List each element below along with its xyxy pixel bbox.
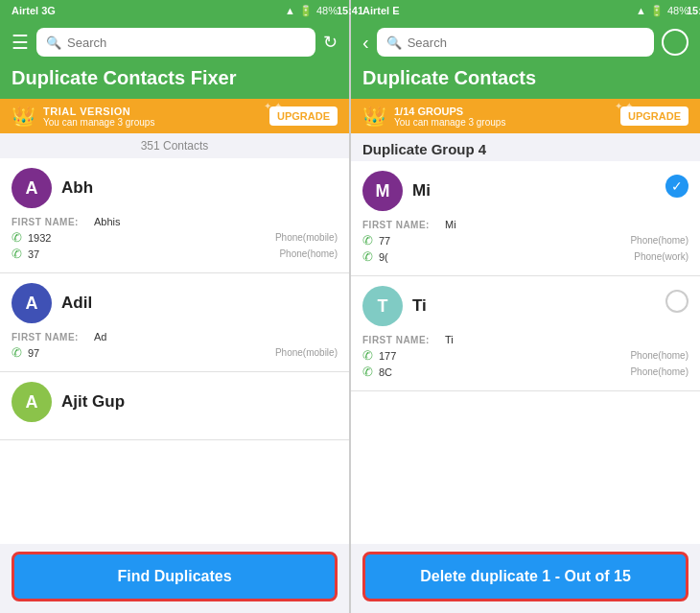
contact-header-ti: T Ti (362, 286, 688, 326)
avatar-mi: M (362, 171, 403, 211)
firstname-label: FIRST NAME: (12, 217, 88, 227)
firstname-value-ti: Ti (445, 334, 688, 345)
right-carrier-text: Airtel E (362, 5, 400, 16)
trial-text-block: TRIAL VERSION You can manage 3 groups (43, 106, 262, 128)
left-battery: ▲ 🔋 48% (285, 5, 338, 17)
contact-card-ajit[interactable]: A Ajit Gup (0, 372, 349, 440)
right-search-input[interactable] (408, 35, 644, 50)
phone-type-mi-2: Phone(work) (634, 251, 688, 262)
contact-list: A Abh FIRST NAME: Abhis ✆ 1932 Phone(mob… (0, 158, 349, 544)
contact-card-adil[interactable]: A Adil FIRST NAME: Ad ✆ 97 Phone(mobile) (0, 273, 349, 372)
back-button[interactable]: ‹ (362, 32, 369, 54)
avatar-ajit: A (12, 382, 52, 422)
contact-name-ti: Ti (412, 296, 427, 316)
groups-label: 1/14 GROUPS (394, 106, 613, 117)
right-battery: ▲ 🔋 48% (636, 5, 688, 17)
right-app-title-bar: Duplicate Contacts (351, 63, 700, 99)
right-crown-icon: 👑 (362, 105, 386, 128)
contact-name-ajit: Ajit Gup (61, 392, 125, 412)
phone-number-abh-1: 1932 (28, 232, 269, 244)
phone-number-mi-2: 9( (379, 251, 628, 263)
avatar-ti: T (362, 286, 403, 326)
left-carrier: Airtel 3G (12, 5, 56, 16)
avatar-abh: A (12, 168, 52, 208)
left-time: 15:41 (337, 5, 349, 16)
contact-name-abh: Abh (61, 178, 93, 198)
right-status-bar: Airtel E 15:40 ▲ 🔋 48% (351, 0, 700, 21)
phone-type-ti-2: Phone(home) (630, 366, 688, 377)
duplicate-list: M Mi ✓ FIRST NAME: Mi ✆ 77 Phone(home) ✆… (351, 161, 700, 544)
refresh-icon[interactable]: ↻ (323, 32, 338, 53)
contact-details-abh: FIRST NAME: Abhis ✆ 1932 Phone(mobile) ✆… (12, 216, 338, 261)
firstname-value-mi: Mi (445, 219, 688, 230)
phone-icon-2: ✆ (12, 247, 22, 261)
phone-icon-1: ✆ (12, 230, 22, 245)
delete-duplicate-button[interactable]: Delete duplicate 1 - Out of 15 (362, 552, 688, 601)
contact-card-abh[interactable]: A Abh FIRST NAME: Abhis ✆ 1932 Phone(mob… (0, 158, 349, 273)
contact-details-ti: FIRST NAME: Ti ✆ 177 Phone(home) ✆ 8C Ph… (362, 334, 688, 379)
duplicate-card-ti[interactable]: T Ti FIRST NAME: Ti ✆ 177 Phone(home) ✆ … (351, 276, 700, 391)
right-carrier: Airtel E (362, 5, 400, 16)
phone-row-mi-1: ✆ 77 Phone(home) (362, 233, 688, 248)
firstname-row-ti: FIRST NAME: Ti (362, 334, 688, 345)
circle-button[interactable] (662, 29, 688, 56)
contacts-count: 351 Contacts (0, 133, 349, 158)
firstname-value-abh: Abhis (94, 216, 338, 227)
phone-row-adil-1: ✆ 97 Phone(mobile) (12, 345, 338, 360)
avatar-adil: A (12, 283, 52, 323)
phone-type-adil-1: Phone(mobile) (275, 347, 338, 358)
menu-icon[interactable]: ☰ (12, 31, 29, 54)
stars-decoration: ✦ ✦ (264, 101, 282, 111)
phone-row-ti-2: ✆ 8C Phone(home) (362, 365, 688, 379)
phone-type-abh-2: Phone(home) (279, 248, 338, 259)
empty-circle-ti[interactable] (665, 290, 688, 313)
find-duplicates-button[interactable]: Find Duplicates (12, 552, 338, 601)
left-app-title-bar: Duplicate Contacts Fixer (0, 63, 349, 99)
phone-icon-adil: ✆ (12, 345, 22, 360)
right-search-icon: 🔍 (386, 35, 402, 50)
right-search-bar[interactable]: 🔍 (377, 28, 654, 57)
left-trial-banner: 👑 TRIAL VERSION You can manage 3 groups … (0, 99, 349, 133)
phone-icon-ti-1: ✆ (362, 348, 373, 363)
contact-details-mi: FIRST NAME: Mi ✆ 77 Phone(home) ✆ 9( Pho… (362, 219, 688, 264)
duplicate-card-mi[interactable]: M Mi ✓ FIRST NAME: Mi ✆ 77 Phone(home) ✆… (351, 161, 700, 276)
left-screen: Airtel 3G 15:41 ▲ 🔋 48% ☰ 🔍 ↻ Duplicate … (0, 0, 349, 613)
left-status-bar: Airtel 3G 15:41 ▲ 🔋 48% (0, 0, 349, 21)
trial-subtitle: You can manage 3 groups (43, 117, 262, 128)
firstname-row-mi: FIRST NAME: Mi (362, 219, 688, 230)
right-stars: ✦ ✦ (615, 101, 633, 111)
contact-header-mi: M Mi (362, 171, 688, 211)
left-app-title: Duplicate Contacts Fixer (12, 67, 338, 89)
phone-row-mi-2: ✆ 9( Phone(work) (362, 249, 688, 264)
firstname-row-abh: FIRST NAME: Abhis (12, 216, 338, 227)
phone-type-abh-1: Phone(mobile) (275, 232, 338, 243)
left-search-input[interactable] (67, 35, 306, 50)
group-label: Duplicate Group 4 (351, 133, 700, 161)
phone-number-ti-2: 8C (379, 366, 624, 378)
firstname-label-adil: FIRST NAME: (12, 332, 88, 342)
check-circle-mi[interactable]: ✓ (665, 175, 688, 198)
phone-number-ti-1: 177 (379, 350, 624, 362)
right-screen: Airtel E 15:40 ▲ 🔋 48% ‹ 🔍 Duplicate Con… (351, 0, 700, 613)
phone-number-mi-1: 77 (379, 235, 624, 247)
left-bottom-bar: Find Duplicates (0, 544, 349, 613)
right-bottom-bar: Delete duplicate 1 - Out of 15 (351, 544, 700, 613)
carrier-text: Airtel 3G (12, 5, 56, 16)
search-icon: 🔍 (46, 35, 61, 50)
contact-name-mi: Mi (412, 181, 431, 200)
groups-subtitle: You can manage 3 groups (394, 117, 613, 128)
phone-number-adil-1: 97 (28, 347, 269, 359)
right-app-title: Duplicate Contacts (362, 67, 688, 89)
contact-details-adil: FIRST NAME: Ad ✆ 97 Phone(mobile) (12, 331, 338, 360)
firstname-row-adil: FIRST NAME: Ad (12, 331, 338, 342)
phone-type-mi-1: Phone(home) (630, 235, 688, 246)
phone-type-ti-1: Phone(home) (630, 350, 688, 361)
groups-text-block: 1/14 GROUPS You can manage 3 groups (394, 106, 613, 128)
left-search-bar[interactable]: 🔍 (36, 28, 315, 57)
left-nav-bar: ☰ 🔍 ↻ (0, 21, 349, 63)
phone-icon-mi-1: ✆ (362, 233, 373, 248)
phone-icon-mi-2: ✆ (362, 249, 373, 264)
right-groups-banner: 👑 1/14 GROUPS You can manage 3 groups ✦ … (351, 99, 700, 133)
firstname-value-adil: Ad (94, 331, 338, 342)
phone-row-ti-1: ✆ 177 Phone(home) (362, 348, 688, 363)
